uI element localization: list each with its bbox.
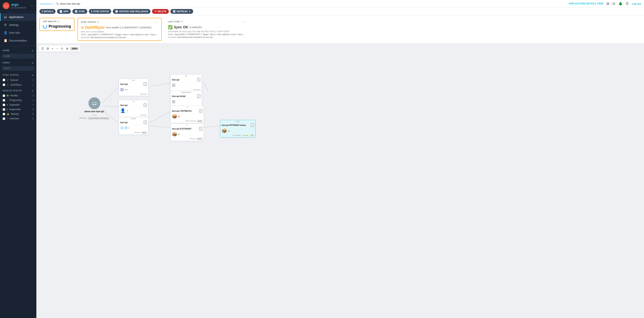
ep-node[interactable]: ep fast-api ⋮ ⊞ 18 hours [170,74,202,92]
endpointslice-more-btn[interactable]: ⋮ [197,94,200,98]
rs1-body: 📦 ♥ [170,113,204,120]
root-params: 2 parameter override(s) [88,117,109,120]
health-filter-progressing[interactable]: ○ Progressing 1 [0,98,36,103]
sync-filter-outofsync[interactable]: ⚠ OutOfSync 1 [0,82,36,87]
suspended-dot: ℹ [7,108,8,111]
app-detail-link[interactable]: APPLICATION DETAILS TREE [569,2,604,5]
filter-header-kinds[interactable]: KINDS ▲ [0,60,36,65]
filter-name-search[interactable] [2,54,34,59]
suspended-checkbox[interactable] [3,108,5,111]
kinds-input[interactable] [2,66,34,71]
unknown-checkbox[interactable] [3,117,5,120]
pod-node[interactable]: pod fast-api-675754fd47-wnzpz ⋮ 📦 ♥ 26 m… [220,120,256,138]
svc-body: ⊞ ♥ ✔ [119,87,148,93]
progressing-checkbox[interactable] [3,99,5,102]
tree-icon-btn[interactable]: 🌲 [618,2,622,6]
name-input[interactable] [2,54,34,59]
list-view-btn[interactable]: ☰ [40,46,45,51]
search-icon: 🔍 [56,2,59,5]
documentation-icon: 📋 [4,39,7,42]
rs1-more-btn[interactable]: ⋮ [199,109,202,113]
pod-running-badge: running [242,134,249,137]
breadcrumb-separator: / [54,2,55,5]
rs2-healthy-icon: ♥ [178,133,180,136]
degraded-checkbox[interactable] [3,104,5,106]
history-rollback-button[interactable]: 🕐 HISTORY AND ROLLBACK [113,9,150,14]
zoom-fit-btn[interactable]: ⊙ [60,46,64,51]
sync-status-button[interactable]: ℹ SYNC STATUS [89,9,111,14]
health-filter-degraded[interactable]: ♥ Degraded 1 [0,103,36,107]
rs2-node[interactable]: rs fast-api-675754fd47 ⋮ 📦 ♥ 18 hours re… [170,123,204,141]
nodes-icon-btn[interactable]: ⊟ [612,2,615,6]
zoom-reset-btn[interactable]: ⊕ [65,46,69,51]
outofsync-count: 1 [32,84,34,86]
status-bar: APP HEALTH ⓘ Progressing SYNC STATUS ⓘ ·… [36,16,644,43]
ep-body: ⊞ [170,82,202,88]
sidebar-item-applications[interactable]: 🗂 Applications [0,13,36,21]
diff-button[interactable]: 📄 DIFF [57,9,71,14]
sync-filter-synced[interactable]: ✔ Synced 2 [0,78,36,82]
refresh-button[interactable]: 🔄 REFRESH ▼ [170,9,193,14]
filter-kinds-search[interactable] [2,66,34,71]
suspended-label: Suspended [9,108,21,111]
health-filter-healthy[interactable]: Healthy 3 [0,93,36,98]
deploy-footer: 18 hours rev:8 [119,131,148,134]
healthy-checkbox[interactable] [3,94,5,97]
sidebar-item-user-info[interactable]: 👤 User Info [0,29,36,37]
history-label: HISTORY AND ROLLBACK [119,10,148,13]
missing-checkbox[interactable] [3,113,5,115]
filter-header-name[interactable]: NAME ▲ [0,48,36,53]
root-more-btn[interactable]: ⋮ [109,97,112,100]
filter-header-health-status[interactable]: HEALTH STATUS ▲ [0,88,36,93]
delete-button[interactable]: ✕ DELETE [152,9,169,14]
pod-more-btn[interactable]: ⋮ [251,123,254,127]
sync-more-button[interactable]: ··· [156,20,158,24]
filter-header-sync-status[interactable]: SYNC STATUS ▲ [0,72,36,78]
ep-more-btn[interactable]: ⋮ [197,78,200,81]
sync-status-label: SYNC STATUS ⓘ ··· [81,20,158,24]
topbar: Applications / 🔍 demo-dev-fast-api APPLI… [36,0,644,8]
outofsync-label: OutOfSync [10,84,22,86]
list-icon-btn[interactable]: ☰ [626,2,629,6]
canvas-container[interactable]: ☰ ⊞ + − ⊙ ⊕ 100% [36,43,644,318]
sync-button[interactable]: 🔄 SYNC [72,9,87,14]
svc-node[interactable]: svc fast-api ⋮ ⊞ ♥ ✔ 18 hours [119,79,148,96]
sync-label: SYNC [79,10,85,13]
auto-sync-text: Auto sync is not enabled. [81,31,158,33]
missing-label: Missing [11,113,19,115]
back-button[interactable]: ← [31,4,34,8]
sidebar-item-documentation[interactable]: 📋 Documentation [0,37,36,45]
deploy-node[interactable]: deploy fast-api ⋮ ⊙ ⊙ 18 hours rev:8 [119,117,148,135]
health-filter-unknown[interactable]: ? Unknown 0 [0,116,36,121]
progressing-spinner [43,24,47,29]
rs2-more-btn[interactable]: ⋮ [199,127,202,130]
chevron-up-icon: ▲ [32,74,34,76]
sa-more-btn[interactable]: ⋮ [144,103,147,107]
ep-time: 18 hours [194,89,200,91]
logout-button[interactable]: Log out [632,2,641,5]
details-button[interactable]: ℹ DETAILS [40,9,56,14]
root-icon: 🗂 [88,97,100,109]
pod-view-btn[interactable]: ⊞ [46,46,50,51]
deploy-more-btn[interactable]: ⋮ [144,121,147,124]
synced-checkbox[interactable] [3,79,5,81]
chevron-up-icon: ▲ [32,49,34,52]
rs1-node[interactable]: rs fast-api-756786475c ⋮ 📦 ♥ a few secon… [170,106,204,123]
zoom-in-btn[interactable]: + [51,47,54,51]
author-label: Author: [168,33,174,36]
breadcrumb: Applications / 🔍 demo-dev-fast-api [40,2,80,5]
health-filter-missing[interactable]: 🔒 Missing 0 [0,112,36,116]
health-filter-suspended[interactable]: ℹ Suspended 0 [0,107,36,112]
root-node[interactable]: 🗂 demo-dev-fast-api ○ ⊙ 18 hours 2 param… [78,97,110,120]
progressing-label: Progressing [10,99,22,102]
argo-logo-icon: 🐙 [3,2,10,9]
outofsync-checkbox[interactable] [3,84,5,86]
topology-icon-btn[interactable]: ⊞ [606,2,609,6]
breadcrumb-applications[interactable]: Applications [40,2,53,5]
chevron-up-icon: ▲ [32,62,34,64]
zoom-out-btn[interactable]: − [55,47,59,51]
svc-more-btn[interactable]: ⋮ [144,82,147,86]
last-sync-more-button[interactable]: ··· [242,20,245,24]
sa-node[interactable]: sa fast-api ⋮ 👤 ✔ 18 hours [119,100,148,117]
sidebar-item-settings[interactable]: ⚙ Settings [0,21,36,29]
